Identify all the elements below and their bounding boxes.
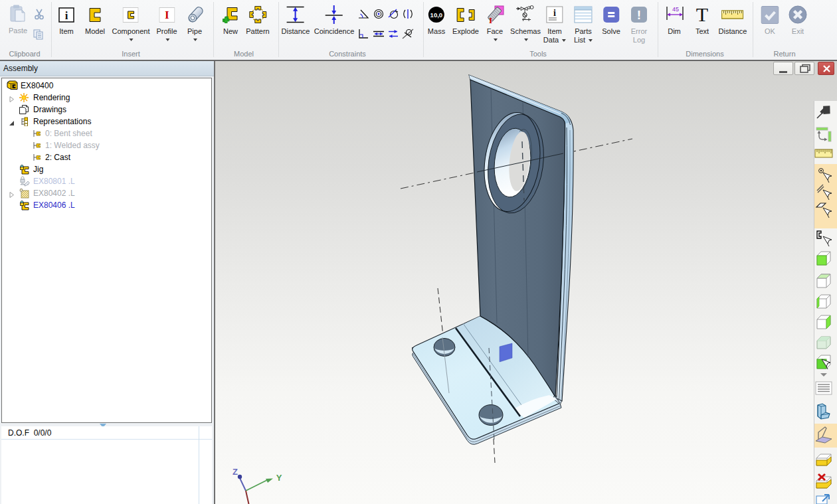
- svg-text:45: 45: [672, 6, 679, 13]
- svg-text:T: T: [696, 5, 708, 24]
- svg-text:I: I: [165, 9, 169, 21]
- svg-text:10,0: 10,0: [430, 11, 443, 19]
- svg-text:i: i: [65, 9, 68, 21]
- svg-text:Y: Y: [276, 473, 282, 483]
- svg-text:Z: Z: [232, 467, 238, 477]
- svg-text:I: I: [489, 15, 492, 24]
- svg-text:!: !: [637, 8, 641, 22]
- svg-text:i: i: [553, 8, 556, 18]
